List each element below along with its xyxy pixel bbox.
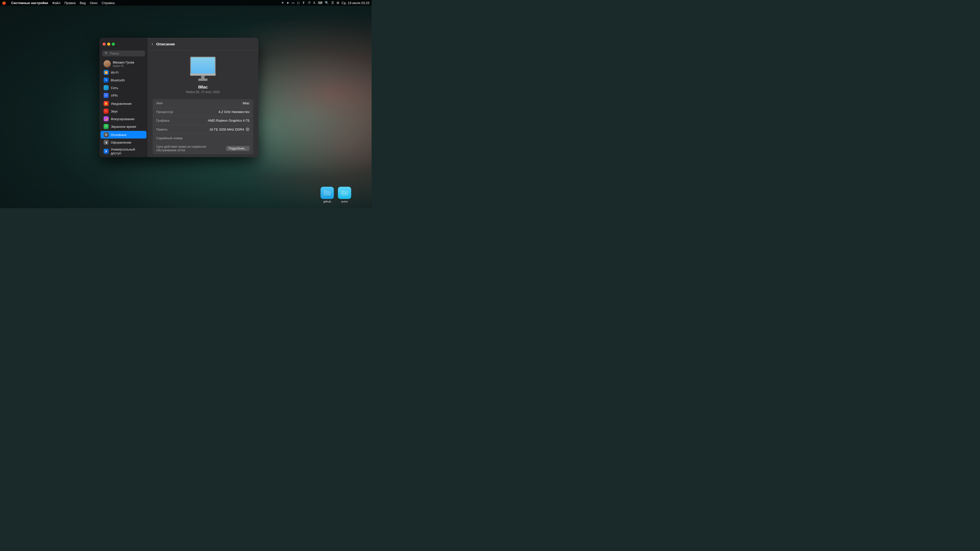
network-icon: 🌐 — [103, 85, 109, 90]
sidebar-item-screentime-label: Экранное время — [111, 125, 136, 129]
avatar-image — [103, 60, 111, 67]
control-center-icon[interactable]: ⊞ — [337, 1, 339, 5]
location-icon[interactable]: ➤ — [286, 1, 289, 5]
sidebar-item-notifications-label: Уведомления — [111, 102, 131, 106]
text-input-icon[interactable]: A — [313, 1, 315, 5]
sidebar-item-network[interactable]: 🌐 Сеть — [100, 84, 146, 92]
sidebar-item-user[interactable]: Михаил Гусев Apple ID — [100, 59, 146, 68]
memory-info-button[interactable]: ⓘ — [245, 127, 250, 131]
user-info: Михаил Гусев Apple ID — [113, 60, 134, 67]
main-content: ‹ Описание iMac Retina 5K, 27-inch, 2020… — [148, 38, 258, 157]
accessibility-icon: ♿ — [103, 149, 109, 154]
sidebar-section-system: 🔔 Уведомления ♫ Звук 🌙 Фокусирование ⏱ Э… — [100, 100, 148, 130]
airplay-icon[interactable]: ▭ — [292, 1, 294, 5]
time-machine-icon[interactable]: ⏱ — [308, 1, 311, 5]
info-label-gpu: Графика — [156, 119, 197, 122]
sidebar-item-control-center[interactable]: 🎛 Пункт управления — [100, 156, 146, 157]
back-button[interactable]: ‹ — [151, 41, 153, 47]
device-subtitle: Retina 5K, 27-inch, 2020 — [186, 90, 220, 94]
sidebar: 🔍 Поиск Михаил Гусев Apple ID 📶 Wi-Fi — [100, 38, 148, 157]
notification-icon[interactable]: ☰ — [331, 1, 334, 5]
sidebar-item-screentime[interactable]: ⏱ Экранное время — [100, 123, 146, 130]
sidebar-item-vpn[interactable]: V VPN — [100, 92, 146, 99]
folder-github-label: github — [323, 200, 331, 203]
vpn-icon: V — [103, 93, 109, 98]
menubar-left: 🍎 Системные настройки Файл Правка Вид Ок… — [2, 1, 115, 5]
wifi-icon: 📶 — [103, 70, 109, 75]
service-detail-button[interactable]: Подробнее... — [226, 146, 250, 151]
clock: Ср, 19 июля 03:25 — [342, 1, 369, 5]
screentime-icon: ⏱ — [103, 124, 109, 129]
content-header: ‹ Описание — [148, 38, 258, 51]
imac-stand-top — [201, 76, 205, 79]
search-bar[interactable]: 🔍 Поиск — [102, 51, 145, 56]
info-row-cpu: Процессор 4,2 GHz Неизвестен — [153, 108, 253, 116]
menubar-window[interactable]: Окно — [90, 1, 97, 5]
appearance-icon: ◑ — [103, 140, 109, 145]
menubar-edit[interactable]: Правка — [64, 1, 76, 5]
close-button[interactable] — [103, 43, 106, 46]
sidebar-item-network-label: Сеть — [111, 86, 118, 90]
content-scroll[interactable]: iMac Retina 5K, 27-inch, 2020 Имя iMac П… — [148, 51, 258, 157]
folder-avion-svg — [340, 189, 348, 197]
menubar-right: ☀ ➤ ▭ ◻ 🎙 ⏱ A ⌨ 🔍 ☰ ⊞ Ср, 19 июля 03:25 — [281, 1, 369, 5]
menubar-help[interactable]: Справка — [102, 1, 115, 5]
window-controls — [100, 38, 148, 51]
apple-menu[interactable]: 🍎 — [2, 1, 6, 5]
sidebar-item-appearance[interactable]: ◑ Оформление — [100, 138, 146, 146]
sidebar-item-general-label: Основные — [111, 133, 127, 137]
minimize-button[interactable] — [107, 43, 110, 46]
brightness-icon[interactable]: ☀ — [281, 1, 284, 5]
sidebar-scroll[interactable]: Михаил Гусев Apple ID 📶 Wi-Fi ✦ Bluetoot… — [100, 59, 148, 157]
info-value-memory: 16 ГБ 3200 MHz DDR4 ⓘ — [209, 127, 250, 131]
sidebar-item-wifi[interactable]: 📶 Wi-Fi — [100, 68, 146, 76]
info-row-name: Имя iMac — [153, 99, 253, 108]
sidebar-item-vpn-label: VPN — [111, 94, 118, 97]
sidebar-section-general: ⚙ Основные ◑ Оформление ♿ Универсальный … — [100, 131, 148, 157]
bluetooth-icon: ✦ — [103, 78, 109, 83]
info-row-serial: Серийный номер — [153, 134, 253, 143]
folder-avion-label: avion — [341, 200, 348, 203]
sidebar-item-sound-label: Звук — [111, 110, 118, 113]
search-icon: 🔍 — [105, 52, 108, 55]
sidebar-item-sound[interactable]: ♫ Звук — [100, 107, 146, 115]
mic-icon[interactable]: 🎙 — [302, 1, 305, 5]
folder-github-svg — [323, 189, 331, 197]
sidebar-item-accessibility[interactable]: ♿ Универсальный доступ — [100, 146, 146, 156]
info-label-cpu: Процессор — [156, 110, 197, 114]
keyboard-icon[interactable]: ⌨ — [318, 1, 322, 5]
folder-github-icon — [321, 187, 334, 199]
sidebar-item-bluetooth[interactable]: ✦ Bluetooth — [100, 76, 146, 84]
info-value-service: Подробнее... — [226, 146, 250, 151]
info-value-cpu: 4,2 GHz Неизвестен — [218, 110, 250, 114]
avatar — [103, 60, 111, 67]
search-icon[interactable]: 🔍 — [325, 1, 329, 5]
imac-chin — [190, 73, 216, 76]
dock-folder-github[interactable]: github — [321, 187, 334, 203]
search-placeholder: Поиск — [110, 52, 119, 56]
general-icon: ⚙ — [103, 132, 109, 137]
imac-stand-base — [198, 79, 207, 81]
sidebar-item-general[interactable]: ⚙ Основные — [100, 131, 146, 138]
sidebar-section-connectivity: 📶 Wi-Fi ✦ Bluetooth 🌐 Сеть V VPN — [100, 68, 148, 99]
display-icon[interactable]: ◻ — [297, 1, 300, 5]
device-illustration-section: iMac Retina 5K, 27-inch, 2020 — [153, 55, 253, 99]
notifications-icon: 🔔 — [103, 101, 109, 106]
info-value-gpu: AMD Radeon Graphics 4 ГБ — [208, 119, 250, 122]
system-preferences-window: 🔍 Поиск Михаил Гусев Apple ID 📶 Wi-Fi — [100, 38, 258, 157]
menubar-view[interactable]: Вид — [80, 1, 86, 5]
menubar: 🍎 Системные настройки Файл Правка Вид Ок… — [0, 0, 372, 6]
info-label-service: Срок действия права на сервисное обслужи… — [156, 145, 226, 152]
info-label-serial: Серийный номер — [156, 136, 197, 140]
info-section: Имя iMac Процессор 4,2 GHz Неизвестен Гр… — [153, 99, 253, 154]
menubar-file[interactable]: Файл — [52, 1, 60, 5]
device-name: iMac — [198, 85, 208, 90]
sidebar-item-notifications[interactable]: 🔔 Уведомления — [100, 100, 146, 107]
sidebar-item-focus[interactable]: 🌙 Фокусирование — [100, 115, 146, 123]
sound-icon: ♫ — [103, 109, 109, 114]
menubar-app-name[interactable]: Системные настройки — [11, 1, 48, 5]
info-value-name: iMac — [243, 101, 250, 105]
sidebar-item-wifi-label: Wi-Fi — [111, 71, 118, 75]
dock-folder-avion[interactable]: avion — [338, 187, 351, 203]
maximize-button[interactable] — [112, 43, 115, 46]
